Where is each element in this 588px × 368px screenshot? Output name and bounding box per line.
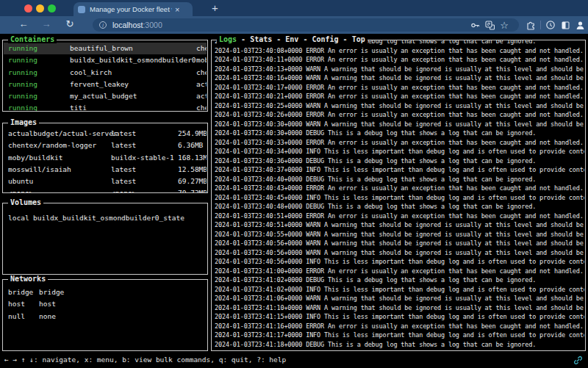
browser-window: Manage your Docker fleet w × + ← → ↻ i l… (0, 0, 588, 368)
image-name: moby/buildkit (8, 152, 62, 164)
network-row[interactable]: null none (4, 311, 207, 322)
container-row[interactable]: running fervent_leakey actualbudget/actu… (4, 79, 207, 90)
network-row[interactable]: host host (4, 298, 207, 310)
log-timestamp: 2024-01-03T23:41:15+0000 (215, 313, 302, 320)
log-message: An error is usually an exception that ha… (328, 139, 584, 146)
image-size: 12.58MB (178, 164, 207, 176)
forward-icon[interactable]: → (40, 18, 53, 29)
container-row[interactable]: running buildx_buildkit_osmondbuilder0 m… (4, 54, 207, 66)
extension-2-icon[interactable] (558, 18, 573, 32)
image-row[interactable]: ubuntu latest 69.27MB (4, 176, 207, 187)
log-timestamp: 2024-01-03T23:40:43+0000 (215, 184, 302, 192)
new-tab-button[interactable]: + (212, 1, 218, 14)
log-level: WARN (306, 239, 320, 247)
log-timestamp: 2024-01-03T23:40:25+0000 (215, 102, 302, 109)
log-line: 2024-01-03T23:40:36+0000 DEBUG This is a… (215, 156, 584, 166)
containers-panel-title: Containers (8, 35, 57, 43)
image-name: actualbudget/actual-server (8, 128, 118, 140)
image-size: 70.73MB (178, 187, 207, 192)
log-line: 2024-01-03T23:40:55+0000 WARN A warning … (215, 230, 584, 239)
log-line: 2024-01-03T23:41:10+0000 WARN A warning … (215, 303, 584, 313)
log-level: ERROR (306, 93, 324, 100)
log-message: This is less important than debug log an… (324, 166, 584, 173)
log-timestamp: 2024-01-03T23:40:30+0000 (215, 120, 302, 128)
log-level: WARN (306, 74, 320, 82)
volume-row[interactable]: local buildx_buildkit_osmondbuilder0_sta… (4, 212, 207, 224)
toolbar-divider (540, 21, 541, 29)
log-level: INFO (306, 194, 320, 201)
container-row[interactable]: running cool_kirch chentex/random-logger (4, 67, 207, 79)
profile-avatar-icon[interactable] (573, 18, 587, 32)
connection-link-icon[interactable] (573, 356, 583, 365)
log-timestamp: 2024-01-03T23:40:33+0000 (215, 139, 302, 146)
log-message: An error is usually an exception that ha… (328, 93, 584, 100)
containers-list: running beautiful_brown chentex/random-l… (4, 40, 207, 111)
log-message: A warning that should be ignored is usua… (324, 74, 584, 82)
window-close-button[interactable] (24, 4, 32, 12)
container-row[interactable]: running my_actual_budget actualbudget/ac… (4, 90, 207, 102)
container-name: cool_kirch (70, 67, 112, 79)
url-port: :3000 (143, 21, 162, 29)
log-line: 2024-01-03T23:40:08+0000 ERROR An error … (215, 46, 584, 56)
log-level: DEBUG (306, 129, 324, 137)
log-message: A warning that should be ignored is usua… (324, 295, 584, 302)
log-line: 2024-01-03T23:40:30+0000 DEBUG This is a… (215, 129, 584, 138)
logs-tabs-rest[interactable]: - Stats - Env - Config - Top (237, 35, 365, 43)
log-line: 2024-01-03T23:40:56+0000 WARN A warning … (215, 239, 584, 248)
log-message: A warning that should be ignored is usua… (324, 102, 584, 109)
tab-title: Manage your Docker fleet w (90, 5, 172, 13)
image-name: mosswill/isaiah (8, 164, 71, 176)
container-row[interactable]: running beautiful_brown chentex/random-l… (4, 43, 207, 54)
log-line: 2024-01-03T23:41:16+0000 ERROR An error … (215, 322, 584, 331)
log-line: 2024-01-03T23:41:02+0000 DEBUG This is a… (215, 275, 584, 285)
log-level: INFO (306, 166, 320, 173)
log-timestamp: 2024-01-03T23:40:56+0000 (215, 239, 302, 247)
container-row[interactable]: running titi chentex/random-logger (4, 102, 207, 111)
log-level: ERROR (306, 322, 324, 330)
terminal-page: Containers running beautiful_brown chent… (0, 34, 588, 368)
image-row[interactable]: <none> <none> 70.73MB (4, 187, 207, 192)
log-level: ERROR (306, 184, 324, 192)
container-name: titi (70, 102, 87, 111)
passwords-key-icon[interactable] (467, 18, 482, 32)
tab-close-icon[interactable]: × (175, 6, 179, 13)
translate-icon[interactable] (482, 18, 497, 32)
log-timestamp: 2024-01-03T23:40:17+0000 (215, 84, 302, 91)
log-message: This is a debug log that shows a log tha… (328, 129, 536, 137)
image-tag: latest (111, 164, 136, 176)
image-tag: <none> (111, 187, 136, 192)
log-line: 2024-01-03T23:40:51+0000 WARN A warning … (215, 220, 584, 230)
image-name: chentex/random-logger (8, 140, 96, 151)
extension-1-icon[interactable] (543, 18, 558, 32)
window-zoom-button[interactable] (48, 4, 56, 12)
log-line: 2024-01-03T23:40:25+0000 WARN A warning … (215, 101, 584, 111)
log-timestamp: 2024-01-03T23:40:51+0000 (215, 221, 302, 228)
address-bar[interactable]: i localhost:3000 (93, 18, 519, 32)
site-info-icon[interactable]: i (99, 21, 107, 29)
bookmark-star-icon[interactable]: ☆ (497, 18, 512, 32)
container-image: chentex/random-logger (196, 67, 207, 79)
image-row[interactable]: moby/buildkit buildx-stable-1 168.13MB (4, 152, 207, 164)
image-row[interactable]: chentex/random-logger latest 6.36MB (4, 140, 207, 151)
container-image: moby/buildkit (196, 54, 207, 66)
log-line: 2024-01-03T23:40:37+0000 INFO This is le… (215, 165, 584, 175)
network-row[interactable]: bridge bridge (4, 286, 207, 298)
url-text: localhost:3000 (112, 21, 162, 29)
reload-icon[interactable]: ↻ (63, 18, 76, 29)
back-icon[interactable]: ← (17, 18, 30, 29)
extensions-puzzle-icon[interactable] (523, 18, 538, 32)
log-level: DEBUG (306, 203, 324, 210)
log-timestamp: 2024-01-03T23:40:30+0000 (215, 129, 302, 137)
log-line: 2024-01-03T23:41:02+0000 INFO This is le… (215, 285, 584, 295)
tab-logs[interactable]: Logs (219, 35, 237, 43)
log-message: This is a debug log that shows a log tha… (328, 157, 536, 165)
image-row[interactable]: actualbudget/actual-server latest 254.9M… (4, 128, 207, 140)
log-scroll-area: 2024-01-03T23:40:05+0000 DEBUG This is a… (215, 40, 584, 349)
log-line: 2024-01-03T23:41:06+0000 WARN A warning … (215, 294, 584, 303)
image-row[interactable]: mosswill/isaiah latest 12.58MB (4, 164, 207, 176)
browser-tab[interactable]: Manage your Docker fleet w × (74, 2, 193, 16)
log-level: WARN (306, 120, 320, 128)
log-message: A warning that should be ignored is usua… (324, 249, 584, 256)
window-minimize-button[interactable] (36, 4, 44, 12)
networks-panel: Networks bridge bridge host host null (2, 279, 208, 351)
